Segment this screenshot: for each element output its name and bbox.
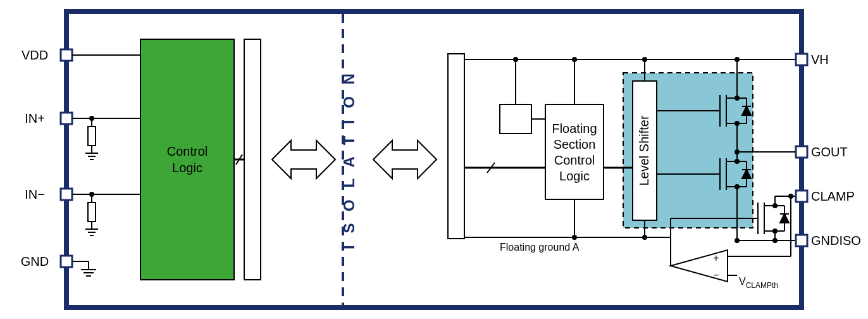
pin-gout-label: GOUT: [811, 145, 848, 159]
pin-clamp-label: CLAMP: [811, 189, 855, 203]
resistor-in-minus: [88, 203, 96, 222]
svg-point-33: [642, 57, 647, 62]
comp-plus: +: [713, 253, 719, 263]
pin-in-plus: [61, 113, 72, 124]
pin-vh: [796, 54, 807, 65]
vclampth-label: VCLAMPth: [739, 276, 778, 290]
clamp-mosfet: [758, 196, 789, 241]
control-logic-block: [140, 39, 234, 280]
floating-ground-label: Floating ground A: [500, 242, 580, 253]
pin-vdd: [61, 49, 72, 61]
iso-arrow-right: [373, 141, 437, 178]
control-logic-label-1: Control: [167, 144, 208, 158]
control-logic-label-2: Logic: [172, 161, 202, 175]
iso-arrow-left: [272, 141, 335, 178]
pin-gndiso: [796, 235, 807, 246]
comp-minus: −: [713, 270, 719, 280]
level-shifter-label: Level Shifter: [637, 115, 651, 186]
svg-point-64: [735, 185, 739, 189]
pin-clamp: [796, 191, 807, 202]
isolation-label: I S O L A T I O N: [340, 70, 357, 249]
svg-point-78: [773, 204, 777, 208]
pin-in-minus-label: IN−: [25, 187, 45, 201]
pin-in-minus: [61, 189, 72, 200]
pin-gnd-label: GND: [21, 254, 49, 268]
svg-marker-76: [780, 214, 789, 223]
pin-gnd: [61, 256, 72, 267]
uvlo-block: [500, 104, 531, 134]
right-iso-interface: [448, 54, 464, 239]
pin-vh-label: VH: [811, 53, 829, 66]
left-iso-interface: [244, 39, 261, 280]
float-l2: Section: [554, 137, 596, 151]
svg-point-35: [735, 57, 740, 62]
pin-vdd-label: VDD: [22, 48, 48, 62]
pin-gout: [796, 146, 807, 158]
pin-in-plus-label: IN+: [25, 111, 45, 125]
svg-point-63: [735, 160, 739, 163]
svg-point-47: [735, 96, 739, 100]
resistor-in-plus: [88, 127, 96, 146]
block-diagram: I S O L A T I O N VDD IN+ IN− GND Contro…: [0, 0, 868, 319]
float-l3: Control: [554, 153, 595, 167]
svg-point-48: [735, 122, 739, 125]
svg-point-85: [788, 194, 793, 199]
float-l1: Floating: [552, 122, 597, 135]
svg-point-79: [773, 229, 777, 233]
pin-gndiso-label: GNDISO: [811, 234, 861, 247]
floating-section-control-logic: [545, 104, 604, 199]
float-l4: Logic: [559, 169, 590, 183]
